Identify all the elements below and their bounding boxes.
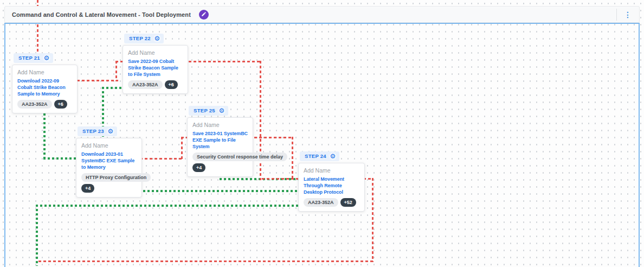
step-tags: AA23-352A+52 [304, 198, 359, 207]
gear-icon: ⚙ [219, 107, 225, 114]
tag-chip[interactable]: AA23-352A [17, 100, 52, 109]
connector-step21-to-step23-segment [43, 157, 77, 160]
connector-step21-to-step24-segment [115, 61, 117, 81]
step-settings-button[interactable]: ⚙ [329, 152, 337, 160]
step-name-placeholder[interactable]: Add Name [128, 49, 183, 56]
step-name-placeholder[interactable]: Add Name [81, 142, 137, 149]
connector-step21-to-step24-segment [77, 80, 118, 81]
tag-chip[interactable]: AA23-352A [128, 80, 163, 89]
connector-step24-outgoing-segment [372, 178, 373, 262]
step-settings-button[interactable]: ⚙ [218, 107, 226, 115]
step-card-step-22[interactable]: Add NameSave 2022-09 Cobalt Strike Beaco… [123, 45, 188, 94]
more-tags-badge[interactable]: +6 [165, 80, 178, 89]
step-name-placeholder[interactable]: Add Name [17, 69, 72, 75]
workflow-editor: { "header": { "title": "Command and Cont… [0, 0, 644, 267]
step-card-step-23[interactable]: Add NameDownload 2023-01 SystemBC EXE Sa… [76, 138, 142, 198]
step-node-step-22: STEP 22⚙Add NameSave 2022-09 Cobalt Stri… [123, 33, 188, 94]
step-settings-button[interactable]: ⚙ [107, 128, 114, 135]
connector-step23-to-step24-segment [181, 137, 183, 160]
step-settings-button[interactable]: ⚙ [153, 35, 161, 42]
tag-chip[interactable]: HTTP Proxy Configuration [81, 173, 151, 182]
connector-step21-to-step24-segment [260, 61, 261, 180]
step-action-link[interactable]: Download 2023-01 SystemBC EXE Sample to … [81, 151, 137, 170]
kebab-icon[interactable]: ⋮ [622, 10, 634, 20]
step-action-link[interactable]: Save 2023-01 SystemBC EXE Sample to File… [192, 130, 248, 150]
tag-chip[interactable]: AA23-352A [304, 198, 338, 207]
pencil-icon [201, 10, 207, 18]
step-card-step-24[interactable]: Add NameLateral Movement Through Remote … [298, 163, 365, 212]
step-name-placeholder[interactable]: Add Name [192, 122, 248, 128]
more-tags-badge[interactable]: +4 [81, 184, 94, 193]
gear-icon: ⚙ [44, 55, 50, 61]
more-tags-badge[interactable]: +6 [54, 100, 67, 109]
more-tags-badge[interactable]: +4 [192, 163, 205, 172]
step-node-step-23: STEP 23⚙Add NameDownload 2023-01 SystemB… [76, 125, 142, 198]
step-tags: Security Control response time delay+4 [192, 152, 248, 172]
connector-step21-to-step24-segment [260, 178, 300, 180]
step-label-pill-step-22[interactable]: STEP 22⚙ [124, 34, 164, 43]
step-settings-button[interactable]: ⚙ [43, 54, 50, 62]
step-label-pill-step-25[interactable]: STEP 25⚙ [189, 106, 228, 116]
connector-step24-outgoing-segment [38, 260, 373, 262]
more-tags-badge[interactable]: +52 [340, 198, 356, 207]
step-node-step-24: STEP 24⚙Add NameLateral Movement Through… [298, 150, 365, 212]
step-tags: AA23-352A+6 [17, 100, 72, 109]
step-label-pill-step-24[interactable]: STEP 24⚙ [300, 151, 339, 161]
toolbar-right: ⋮ [616, 9, 634, 21]
connector-step23-to-step24-segment [140, 158, 183, 160]
step-name-placeholder[interactable]: Add Name [304, 167, 359, 174]
step-action-link[interactable]: Download 2022-09 Cobalt Strike Beacon Sa… [17, 78, 72, 97]
connector-step24-outgoing-segment [36, 205, 38, 266]
step-label: STEP 25 [194, 107, 215, 113]
step-tags: AA23-352A+6 [128, 80, 183, 89]
step-label-pill-step-23[interactable]: STEP 23⚙ [78, 126, 117, 136]
gear-icon: ⚙ [330, 153, 336, 160]
edit-title-button[interactable] [199, 10, 209, 20]
step-label: STEP 22 [129, 35, 151, 41]
step-node-step-25: STEP 25⚙Add NameSave 2023-01 SystemBC EX… [187, 105, 253, 177]
step-action-link[interactable]: Lateral Movement Through Remote Desktop … [304, 176, 359, 195]
tag-chip[interactable]: Security Control response time delay [192, 152, 287, 161]
step-label: STEP 24 [305, 153, 326, 159]
gear-icon: ⚙ [154, 35, 160, 42]
step-node-step-21: STEP 21⚙Add NameDownload 2022-09 Cobalt … [12, 52, 78, 113]
step-tags: HTTP Proxy Configuration+4 [81, 173, 137, 193]
gear-icon: ⚙ [108, 128, 114, 135]
connector-step23-to-step24-segment [292, 137, 293, 180]
step-action-link[interactable]: Save 2022-09 Cobalt Strike Beacon Sample… [128, 58, 183, 78]
step-card-step-25[interactable]: Add NameSave 2023-01 SystemBC EXE Sample… [187, 117, 253, 177]
toolbar-divider [616, 9, 617, 21]
step-label: STEP 23 [82, 128, 104, 134]
step-label: STEP 21 [18, 55, 40, 61]
step-label-pill-step-21[interactable]: STEP 21⚙ [14, 53, 53, 63]
page-title: Command and Control & Lateral Movement -… [12, 11, 191, 18]
toolbar: Command and Control & Lateral Movement -… [4, 6, 640, 23]
connector-step24-outgoing-segment [36, 205, 332, 207]
step-card-step-21[interactable]: Add NameDownload 2022-09 Cobalt Strike B… [12, 65, 78, 113]
